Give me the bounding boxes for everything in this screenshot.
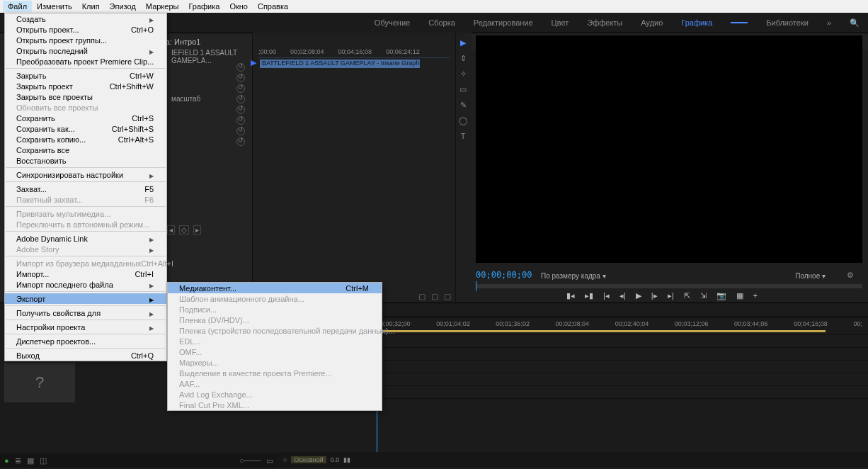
status-dot-icon: ●: [4, 456, 9, 465]
menu-edit[interactable]: Изменить: [32, 1, 77, 12]
safe-margins-icon[interactable]: ▦: [736, 291, 743, 300]
mini-clip[interactable]: BATTLEFIELD 1 ASSAULT GAMEPLAY - Insane …: [260, 60, 420, 68]
crop-tool-icon[interactable]: ✧: [457, 68, 469, 79]
menu-item[interactable]: Восстановить: [5, 155, 166, 166]
export-frame-icon[interactable]: 📷: [716, 291, 726, 300]
ws-audio[interactable]: Аудио: [641, 18, 663, 27]
keyframe-prev-icon[interactable]: ◂: [167, 225, 175, 234]
step-back-icon[interactable]: ◂|: [619, 291, 626, 300]
ruler-tick: 00;03;44;06: [734, 320, 768, 330]
menu-item[interactable]: Adobe Dynamic Link: [5, 233, 166, 244]
menu-item[interactable]: Импорт...Ctrl+I: [5, 269, 166, 279]
menu-clip[interactable]: Клип: [77, 1, 105, 12]
type-tool-icon[interactable]: T: [457, 130, 469, 142]
go-end-icon[interactable]: ▸|: [668, 291, 674, 300]
extract-icon[interactable]: ⇲: [700, 291, 707, 300]
menu-item[interactable]: Открыть последний: [5, 45, 166, 56]
menu-item[interactable]: Закрыть все проекты: [5, 91, 166, 102]
menu-item[interactable]: Настройки проекта: [5, 322, 166, 332]
freeform-view-icon[interactable]: ◫: [40, 456, 47, 465]
reset-icon[interactable]: [236, 84, 245, 93]
zoom-slider[interactable]: ○───: [239, 456, 261, 465]
menu-item[interactable]: Получить свойства для: [5, 307, 166, 318]
go-start-icon[interactable]: |◂: [603, 291, 610, 300]
menu-item[interactable]: Экспорт: [5, 293, 166, 304]
menu-item: Обновить все проекты: [5, 102, 166, 113]
play-icon[interactable]: ▶: [636, 291, 641, 300]
list-view-icon[interactable]: ≣: [15, 456, 21, 465]
icon-view-icon[interactable]: ▦: [27, 456, 34, 465]
menu-item[interactable]: Создать: [5, 13, 166, 24]
menu-window[interactable]: Окно: [224, 1, 253, 12]
program-viewport[interactable]: [476, 35, 862, 263]
mini-tool-icon[interactable]: [431, 292, 438, 301]
ws-effects[interactable]: Эффекты: [587, 18, 622, 27]
menu-item[interactable]: Медиаконтент...Ctrl+M: [168, 283, 382, 293]
ws-color[interactable]: Цвет: [552, 18, 569, 27]
reset-icon[interactable]: [236, 106, 245, 114]
step-fwd-icon[interactable]: |▸: [651, 291, 658, 300]
ws-overflow-icon[interactable]: »: [827, 18, 831, 27]
new-bin-icon[interactable]: ▭: [266, 456, 273, 465]
menu-item: Выделение в качестве проекта Premiere...: [168, 368, 382, 378]
keyframe-next-icon[interactable]: ▸: [193, 225, 201, 234]
menu-item[interactable]: Сохранить все: [5, 145, 166, 155]
ruler-tick: 00;04;16;08: [794, 320, 828, 330]
pen-tool-icon[interactable]: ✎: [457, 99, 469, 111]
mark-out-icon[interactable]: ▸▮: [585, 291, 593, 300]
program-timecode[interactable]: 00;00;00;00: [476, 270, 532, 280]
program-monitor-panel: ▶ ⇕ ✧ ▭ ✎ ◯ T Программа: Интро1 00;00;00…: [456, 33, 868, 303]
search-icon[interactable]: [850, 18, 860, 28]
menu-markers[interactable]: Маркеры: [141, 1, 184, 12]
menu-item[interactable]: Закрыть проектCtrl+Shift+W: [5, 81, 166, 91]
menu-item: Пакетный захват...F6: [5, 194, 166, 205]
menu-item[interactable]: Диспетчер проектов...: [5, 336, 166, 346]
menu-item[interactable]: ВыходCtrl+Q: [5, 350, 166, 361]
menu-item[interactable]: СохранитьCtrl+S: [5, 113, 166, 123]
menu-item[interactable]: Импорт последнего файла: [5, 279, 166, 290]
menu-item[interactable]: Захват...F5: [5, 183, 166, 194]
keyframe-add-icon[interactable]: ◇: [179, 225, 189, 234]
mini-tool-icon[interactable]: [418, 292, 426, 301]
work-area-bar[interactable]: [377, 330, 826, 332]
reset-icon[interactable]: [236, 74, 245, 82]
menu-item[interactable]: Открыть проект...Ctrl+O: [5, 24, 166, 35]
menu-item[interactable]: Синхронизировать настройки: [5, 169, 166, 180]
ws-assembly[interactable]: Сборка: [428, 18, 455, 27]
menu-item[interactable]: Открыть проект группы...: [5, 35, 166, 45]
playhead-icon[interactable]: ▶: [253, 58, 258, 293]
project-item[interactable]: ?: [4, 363, 75, 404]
button-editor-icon[interactable]: +: [753, 291, 758, 300]
settings-icon[interactable]: ⚙: [847, 271, 854, 280]
vertical-text-tool-icon[interactable]: ⇕: [457, 52, 469, 64]
ellipse-tool-icon[interactable]: ◯: [457, 115, 469, 126]
menu-graphics[interactable]: Графика: [183, 1, 224, 12]
menu-item[interactable]: ЗакрытьCtrl+W: [5, 70, 166, 81]
rectangle-tool-icon[interactable]: ▭: [457, 84, 469, 95]
menu-item: Шаблон анимационного дизайна...: [168, 293, 382, 304]
ws-graphics[interactable]: Графика: [681, 18, 712, 27]
reset-icon[interactable]: [236, 127, 245, 135]
menu-item[interactable]: Сохранить копию...Ctrl+Alt+S: [5, 134, 166, 145]
source-mini-timeline: ;00;00 00;02;08;04 00;04;16;08 00;06;24;…: [252, 33, 456, 303]
selection-tool-icon[interactable]: ▶: [457, 37, 469, 48]
reset-icon[interactable]: [236, 63, 245, 72]
ws-editing[interactable]: Редактирование: [474, 18, 533, 27]
menu-item[interactable]: Сохранить как...Ctrl+Shift+S: [5, 123, 166, 134]
reset-icon[interactable]: [236, 95, 245, 103]
mix-icon[interactable]: ○: [283, 456, 287, 463]
menu-sequence[interactable]: Эпизод: [105, 1, 141, 12]
menu-file[interactable]: Файл: [3, 1, 32, 12]
ws-libraries[interactable]: Библиотеки: [766, 18, 809, 27]
timeline-ruler[interactable]: 00;00;32;00 00;01;04;02 00;01;36;02 00;0…: [377, 320, 862, 330]
reset-icon[interactable]: [236, 137, 245, 146]
resolution-dropdown[interactable]: Полное: [795, 272, 826, 280]
mark-in-icon[interactable]: ▮◂: [566, 291, 575, 300]
ws-learning[interactable]: Обучение: [375, 18, 410, 27]
lift-icon[interactable]: ⇱: [684, 291, 690, 300]
fit-dropdown[interactable]: По размеру кадра: [541, 272, 606, 280]
menu-item[interactable]: Преобразовать проект Premiere Clip...: [5, 56, 166, 67]
reset-icon[interactable]: [236, 116, 245, 125]
mini-tool-icon[interactable]: [444, 292, 451, 301]
menu-help[interactable]: Справка: [253, 1, 293, 12]
